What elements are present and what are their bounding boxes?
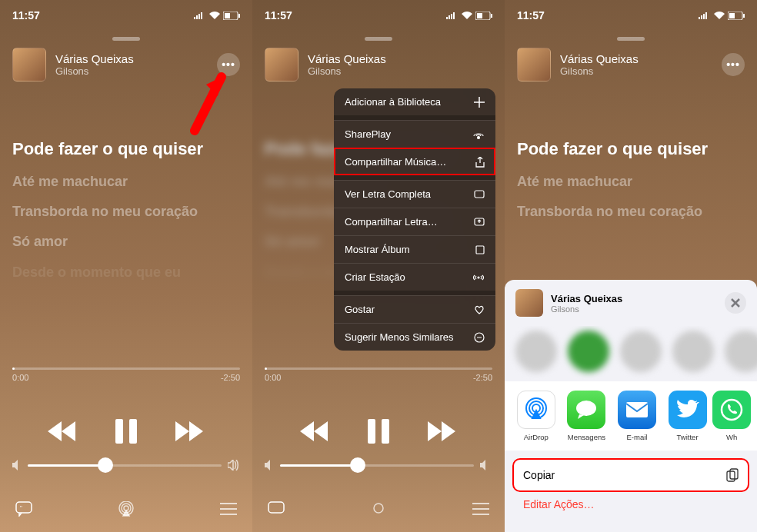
volume-high-icon (228, 460, 240, 470)
menu-shareplay[interactable]: SharePlay (334, 120, 495, 148)
track-artist: Gilsons (308, 65, 492, 77)
album-art[interactable] (265, 48, 298, 81)
email-icon (625, 401, 649, 419)
volume-high-icon (480, 460, 492, 470)
share-sheet: Várias Queixas Gilsons AirDrop (505, 280, 757, 532)
share-lyrics-icon (474, 218, 485, 227)
shareplay-icon (472, 130, 485, 139)
station-icon (472, 273, 485, 282)
track-title: Várias Queixas (55, 52, 208, 65)
svg-rect-15 (268, 502, 284, 513)
contact-avatar[interactable] (725, 331, 757, 372)
close-button[interactable] (725, 292, 746, 314)
arrow-annotation (183, 69, 237, 138)
svg-rect-25 (743, 14, 745, 18)
contact-avatar[interactable] (568, 331, 609, 372)
whatsapp-icon (720, 398, 743, 421)
copy-action[interactable]: Copiar (512, 458, 749, 492)
menu-share-lyrics[interactable]: Compartilhar Letra… (334, 208, 495, 235)
svg-rect-2 (238, 14, 240, 18)
clock: 11:57 (12, 9, 40, 22)
app-airdrop[interactable]: AirDrop (515, 391, 558, 441)
menu-like[interactable]: Gostar (334, 295, 495, 323)
forward-button[interactable] (175, 421, 205, 441)
edit-actions[interactable]: Editar Ações… (505, 498, 757, 510)
clock: 11:57 (517, 9, 545, 22)
svg-rect-20 (476, 246, 484, 254)
menu-create-station[interactable]: Criar Estação (334, 263, 495, 291)
lyric-line: Até me machucar (12, 173, 240, 191)
app-twitter[interactable]: Twitter (666, 391, 709, 441)
svg-point-31 (722, 400, 742, 420)
app-messages[interactable]: Mensagens (565, 391, 608, 441)
volume-slider[interactable] (28, 464, 222, 467)
svg-rect-1 (225, 13, 230, 18)
lyrics-button[interactable]: " (15, 501, 32, 517)
svg-text:": " (20, 504, 22, 511)
track-info: Várias Queixas Gilsons (560, 52, 712, 77)
app-whatsapp[interactable]: Wh (716, 391, 747, 441)
rewind-button[interactable] (48, 421, 77, 441)
app-email[interactable]: E-mail (615, 391, 659, 441)
share-title: Várias Queixas (551, 293, 717, 304)
pause-button[interactable] (115, 419, 137, 444)
progress-bar[interactable] (265, 367, 492, 370)
messages-icon (575, 399, 598, 421)
queue-button[interactable] (220, 502, 237, 516)
share-album-art (515, 289, 543, 317)
menu-add-library[interactable]: Adicionar à Biblioteca (334, 88, 495, 115)
contact-avatar[interactable] (620, 331, 662, 372)
dislike-icon (474, 332, 485, 343)
airplay-button[interactable] (118, 501, 135, 517)
more-button[interactable]: ••• (722, 53, 745, 76)
twitter-icon (676, 400, 699, 420)
menu-full-lyrics[interactable]: Ver Letra Completa (334, 180, 495, 208)
contact-avatar[interactable] (515, 331, 557, 372)
svg-rect-11 (477, 13, 482, 18)
svg-rect-24 (729, 13, 735, 18)
svg-point-16 (374, 504, 383, 513)
share-artist: Gilsons (551, 304, 717, 314)
lyric-line: Desde o momento que eu (12, 264, 240, 281)
contact-avatar[interactable] (672, 331, 714, 372)
share-icon (475, 157, 485, 168)
album-art[interactable] (12, 48, 46, 81)
progress-bar[interactable] (12, 367, 240, 370)
track-info: Várias Queixas Gilsons (308, 52, 492, 77)
lyric-line: Só amor (12, 233, 240, 251)
volume-low-icon (12, 460, 22, 470)
grabber[interactable] (365, 37, 392, 41)
forward-button[interactable] (428, 421, 457, 441)
contacts-row (505, 326, 757, 381)
context-menu: Adicionar à Biblioteca SharePlay Compart… (334, 88, 495, 351)
lyrics-button[interactable] (268, 501, 285, 517)
airdrop-icon (523, 397, 549, 423)
menu-share-music[interactable]: Compartilhar Música… (334, 148, 495, 175)
lyrics-icon (474, 190, 485, 199)
svg-rect-4 (129, 419, 137, 444)
volume-low-icon (265, 460, 274, 470)
volume-slider[interactable] (280, 464, 474, 467)
svg-rect-5 (16, 502, 32, 513)
rewind-button[interactable] (300, 421, 329, 441)
lyric-active: Pode fazer o que quiser (12, 138, 240, 161)
heart-icon (474, 305, 485, 314)
grabber[interactable] (112, 37, 140, 41)
status-icons (446, 12, 492, 20)
svg-rect-3 (115, 419, 123, 444)
menu-suggest-less[interactable]: Sugerir Menos Similares (334, 323, 495, 351)
track-title: Várias Queixas (308, 52, 492, 65)
airplay-button[interactable] (370, 501, 387, 517)
grabber[interactable] (617, 37, 645, 41)
time-elapsed: 0:00 (12, 373, 28, 382)
album-art[interactable] (517, 48, 551, 81)
queue-button[interactable] (472, 502, 489, 516)
clock: 11:57 (265, 9, 292, 22)
pause-button[interactable] (368, 419, 389, 444)
svg-point-17 (478, 136, 480, 138)
time-remaining: -2:50 (221, 373, 240, 382)
menu-show-album[interactable]: Mostrar Álbum (334, 235, 495, 263)
status-icons (699, 12, 745, 20)
svg-rect-30 (626, 402, 648, 417)
svg-rect-14 (382, 419, 389, 444)
